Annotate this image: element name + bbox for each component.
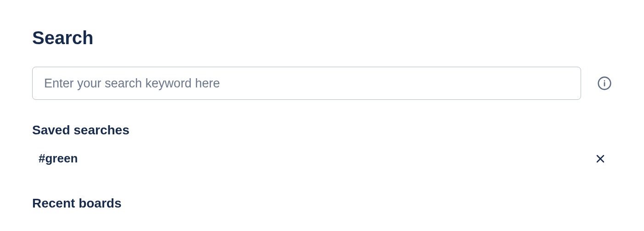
recent-boards-heading: Recent boards xyxy=(32,196,612,211)
info-icon[interactable] xyxy=(597,76,612,91)
saved-search-item: #green xyxy=(32,149,612,168)
close-icon[interactable] xyxy=(593,152,607,166)
page-title: Search xyxy=(32,28,612,48)
saved-search-label[interactable]: #green xyxy=(39,151,78,166)
saved-searches-heading: Saved searches xyxy=(32,123,612,138)
svg-point-2 xyxy=(604,80,605,81)
search-row xyxy=(32,67,612,100)
search-input[interactable] xyxy=(32,67,581,100)
